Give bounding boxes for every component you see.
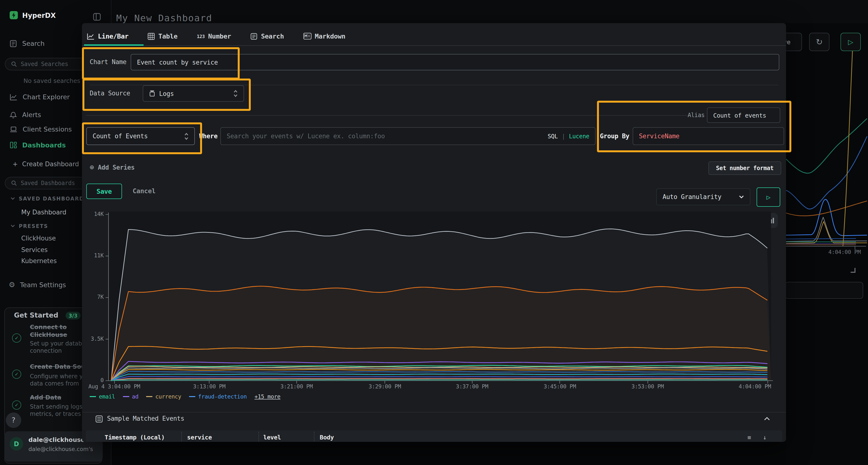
legend-more-label: +15 more (254, 393, 280, 400)
legend-swatch (90, 396, 96, 397)
x-tick-label: 3:13:00 PM (180, 383, 238, 390)
sidebar-item-client-sessions[interactable]: Client Sessions (10, 125, 72, 133)
cancel-button[interactable]: Cancel (133, 184, 156, 198)
collapse-sidebar-icon[interactable] (93, 13, 101, 21)
legend-item[interactable]: fraud-detection (189, 393, 247, 400)
check-circle-icon: ✓ (12, 333, 21, 343)
add-series-button[interactable]: ⊕ Add Series (90, 163, 134, 171)
x-tick-label: 3:45:00 PM (531, 383, 589, 390)
sample-matched-events-title: Sample Matched Events (107, 415, 184, 422)
save-button[interactable]: Save (86, 184, 122, 199)
annotation-group-by (597, 101, 791, 152)
avatar: D (10, 437, 23, 451)
chevron-up-icon[interactable] (764, 417, 770, 421)
legend-swatch (189, 396, 195, 397)
team-settings-label: Team Settings (20, 281, 66, 289)
legend-show-more[interactable]: +15 more (254, 393, 280, 400)
set-number-format-label: Set number format (716, 165, 774, 171)
tab-label: Search (261, 32, 284, 40)
tab-table[interactable]: Table (148, 32, 178, 40)
tab-search[interactable]: Search (250, 32, 284, 40)
dashboard-header: My New Dashboard (0, 0, 868, 23)
sidebar-item-search[interactable]: Search (10, 39, 44, 47)
column-header[interactable]: level (263, 434, 281, 441)
download-icon[interactable]: ↓ (763, 434, 767, 441)
saved-dashboards-section-header[interactable]: SAVED DASHBOARDS (10, 196, 88, 201)
sidebar-item-services[interactable]: Services (21, 246, 48, 254)
play-icon: ▷ (848, 38, 853, 46)
presets-section-header[interactable]: PRESETS (10, 223, 48, 229)
background-input[interactable] (785, 282, 863, 299)
sidebar-item-label: Client Sessions (23, 125, 72, 133)
checklist-item-title[interactable]: Connect to ClickHouse (30, 323, 81, 339)
column-header[interactable]: service (187, 434, 212, 441)
granularity-select[interactable]: Auto Granularity (656, 189, 750, 205)
column-separator (258, 432, 259, 442)
sidebar-item-alerts[interactable]: Alerts (10, 111, 41, 119)
refresh-button[interactable]: ↻ (809, 33, 830, 51)
check-circle-icon: ✓ (12, 400, 21, 409)
active-tab-underline (84, 44, 144, 46)
legend-label: ad (132, 393, 138, 400)
x-tick-label: 3:37:00 PM (443, 383, 501, 390)
where-input[interactable]: Search your events w/ Lucene ex. column:… (220, 127, 595, 145)
column-separator (314, 432, 314, 442)
sidebar-item-kubernetes[interactable]: Kubernetes (21, 257, 57, 265)
chevron-down-icon (10, 225, 15, 227)
tabs-baseline (82, 45, 786, 46)
doc-list-icon (10, 40, 17, 47)
line-chart[interactable] (82, 211, 785, 389)
brand[interactable]: HyperDX (10, 11, 56, 19)
sidebar-item-clickhouse[interactable]: ClickHouse (21, 235, 56, 242)
saved-dashboards-placeholder: Saved Dashboards (21, 180, 75, 187)
set-number-format-button[interactable]: Set number format (708, 161, 781, 175)
sidebar-item-label: Search (22, 39, 44, 47)
x-tick-label: 4:04:00 PM (712, 383, 771, 390)
legend-label: fraud-detection (198, 393, 247, 400)
sidebar-item-label: Chart Explorer (23, 93, 70, 101)
lang-lucene-toggle[interactable]: Lucene (569, 133, 589, 139)
column-header[interactable]: Body (320, 434, 334, 441)
filter-icon[interactable]: ≡ (747, 434, 751, 441)
lang-divider: | (562, 133, 565, 139)
laptop-icon (10, 126, 18, 133)
help-button[interactable]: ? (6, 412, 21, 428)
lang-sql-toggle[interactable]: SQL (548, 133, 558, 139)
run-dashboard-button[interactable]: ▷ (840, 33, 861, 51)
background-dashboard-area: 4:04:00 PM (786, 23, 868, 465)
sidebar-item-team-settings[interactable]: ⚙ Team Settings (9, 280, 66, 289)
legend-item[interactable]: email (90, 393, 115, 400)
gear-icon: ⚙ (9, 280, 15, 289)
get-started-title: Get Started (14, 311, 58, 319)
chart-line-icon (10, 93, 18, 100)
checklist-item-title[interactable]: Add Data (30, 394, 61, 401)
section-label: PRESETS (19, 223, 48, 229)
tab-label: Markdown (315, 32, 345, 40)
tab-number[interactable]: 123 Number (197, 32, 231, 40)
granularity-value: Auto Granularity (662, 193, 721, 200)
tab-markdown[interactable]: Markdown (303, 32, 345, 40)
hyperdx-logo-icon (10, 11, 18, 19)
background-chart (786, 38, 868, 256)
markdown-icon (303, 33, 311, 39)
column-header[interactable]: Timestamp (Local) (105, 434, 165, 441)
run-query-button[interactable]: ▷ (756, 188, 780, 207)
legend-item[interactable]: ad (123, 393, 138, 400)
sidebar-item-dashboards[interactable]: Dashboards (10, 141, 66, 149)
sidebar-item-chart-explorer[interactable]: Chart Explorer (10, 93, 70, 101)
brand-name: HyperDX (22, 11, 56, 19)
tab-label: Number (208, 32, 231, 40)
legend-item[interactable]: currency (146, 393, 181, 400)
user-email: dale@clickhouse.com's (28, 446, 100, 453)
tab-label: Table (158, 32, 178, 40)
number-icon: 123 (197, 33, 205, 39)
tab-line-bar[interactable]: Line/Bar (87, 32, 128, 40)
sidebar-item-my-dashboard[interactable]: My Dashboard (21, 209, 66, 216)
sidebar-item-label: Dashboards (22, 141, 66, 149)
resize-handle-icon[interactable] (850, 268, 856, 273)
chart-type-tabs: Line/Bar Table 123 Number (87, 29, 345, 43)
create-dashboard-button[interactable]: + Create Dashboard (12, 161, 79, 168)
search-icon (11, 61, 17, 67)
dashboards-grid-icon (10, 141, 17, 149)
table-grid-icon (148, 33, 155, 40)
